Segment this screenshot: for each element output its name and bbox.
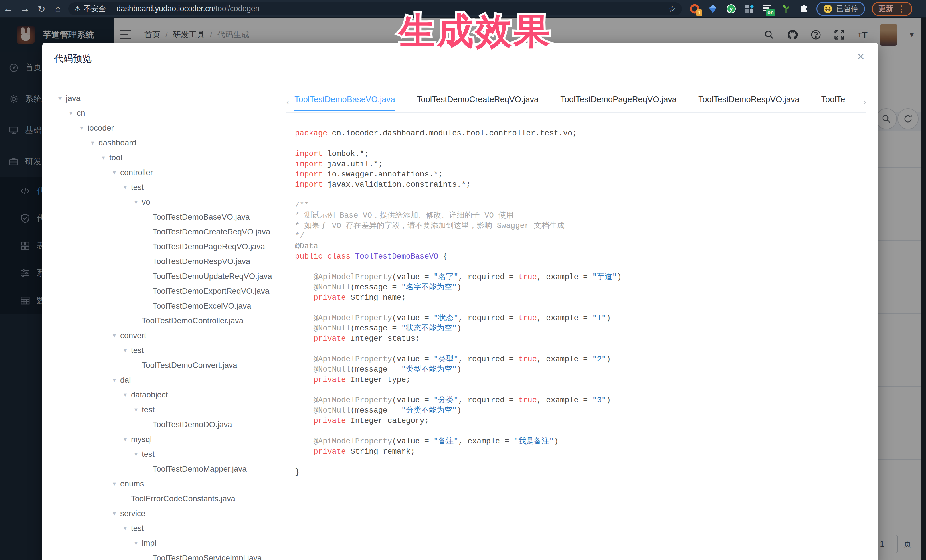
back-icon[interactable]: ←	[0, 3, 17, 14]
tree-file-ToolTestDemoCreateReqVO.java[interactable]: ToolTestDemoCreateReqVO.java	[42, 224, 287, 239]
code-token-p: , required =	[458, 396, 519, 405]
code-token-k: true	[518, 314, 537, 323]
tree-expand-caret-icon[interactable]: ▾	[113, 376, 120, 384]
address-bar[interactable]: ⚠ 不安全 dashboard.yudao.iocoder.cn /tool/c…	[68, 2, 682, 15]
ext-plant-icon[interactable]	[781, 3, 791, 14]
tree-dir-test[interactable]: ▾test	[42, 521, 287, 536]
tabs-next-icon[interactable]: ›	[863, 97, 866, 107]
code-line	[295, 262, 622, 272]
tree-expand-caret-icon[interactable]: ▾	[124, 391, 131, 398]
ext-orange-circle-icon[interactable]: 1	[689, 3, 700, 14]
code-token-p: cn.iocoder.dashboard.modules.tool.contro…	[327, 129, 577, 138]
tree-expand-caret-icon[interactable]: ▾	[102, 154, 109, 162]
tree-dir-vo[interactable]: ▾vo	[42, 195, 287, 210]
tree-expand-caret-icon[interactable]: ▾	[124, 436, 131, 443]
code-token-p: (message =	[350, 406, 401, 415]
tree-file-ToolTestDemoServiceImpl.java[interactable]: ToolTestDemoServiceImpl.java	[42, 551, 287, 560]
code-token-p	[295, 376, 313, 384]
tree-expand-caret-icon[interactable]: ▾	[113, 169, 120, 176]
tree-expand-caret-icon[interactable]: ▾	[113, 332, 120, 339]
tree-file-ToolTestDemoMapper.java[interactable]: ToolTestDemoMapper.java	[42, 462, 287, 477]
code-token-m: @ApiModelProperty	[313, 273, 392, 281]
tree-dir-service[interactable]: ▾service	[42, 506, 287, 521]
ext-green-y-icon[interactable]: y	[726, 3, 737, 14]
extension-icons: 1yon	[689, 3, 809, 14]
tree-file-ToolErrorCodeConstants.java[interactable]: ToolErrorCodeConstants.java	[42, 491, 287, 506]
tree-file-ToolTestDemoDO.java[interactable]: ToolTestDemoDO.java	[42, 417, 287, 432]
tree-dir-tool[interactable]: ▾tool	[42, 150, 287, 165]
tree-dir-test[interactable]: ▾test	[42, 180, 287, 195]
tree-file-ToolTestDemoUpdateReqVO.java[interactable]: ToolTestDemoUpdateReqVO.java	[42, 269, 287, 284]
code-line: @ApiModelProperty(value = "类型", required…	[295, 354, 622, 364]
tree-dir-cn[interactable]: ▾cn	[42, 106, 287, 121]
paused-chip[interactable]: 已暂停	[817, 2, 865, 16]
tabs-prev-icon[interactable]: ‹	[286, 97, 289, 107]
tree-file-ToolTestDemoExportReqVO.java[interactable]: ToolTestDemoExportReqVO.java	[42, 284, 287, 299]
ext-puzzle-icon[interactable]	[799, 3, 809, 14]
tree-dir-convert[interactable]: ▾convert	[42, 328, 287, 343]
tree-expand-caret-icon[interactable]: ▾	[113, 510, 120, 517]
tree-expand-caret-icon[interactable]: ▾	[124, 184, 131, 191]
forward-icon[interactable]: →	[17, 3, 33, 14]
ext-blue-gem-icon[interactable]	[708, 3, 718, 14]
tree-file-ToolTestDemoPageReqVO.java[interactable]: ToolTestDemoPageReqVO.java	[42, 239, 287, 254]
tree-expand-caret-icon[interactable]: ▾	[135, 450, 142, 458]
tree-dir-dal[interactable]: ▾dal	[42, 373, 287, 388]
tree-dir-test[interactable]: ▾test	[42, 447, 287, 462]
tree-dir-java[interactable]: ▾java	[42, 91, 287, 106]
tab-ToolTestDemoPageReqVO.java[interactable]: ToolTestDemoPageReqVO.java	[560, 95, 677, 112]
tree-expand-caret-icon[interactable]: ▾	[124, 347, 131, 354]
tree-expand-caret-icon[interactable]: ▾	[91, 139, 98, 146]
file-tree: ▾java▾cn▾iocoder▾dashboard▾tool▾controll…	[42, 91, 287, 560]
tree-node-label: vo	[142, 198, 150, 207]
tree-dir-mysql[interactable]: ▾mysql	[42, 432, 287, 447]
code-token-s: "1"	[592, 314, 606, 323]
tree-dir-impl[interactable]: ▾impl	[42, 536, 287, 551]
tree-node-label: ToolTestDemoDO.java	[153, 420, 232, 429]
tree-expand-caret-icon[interactable]: ▾	[113, 480, 120, 488]
tab-ToolTe[interactable]: ToolTe	[821, 95, 845, 112]
tree-expand-caret-icon[interactable]: ▾	[135, 539, 142, 547]
tree-file-ToolTestDemoBaseVO.java[interactable]: ToolTestDemoBaseVO.java	[42, 210, 287, 224]
code-line: private Integer category;	[295, 416, 622, 426]
reload-icon[interactable]: ↻	[33, 3, 50, 15]
tree-expand-caret-icon[interactable]: ▾	[135, 406, 142, 414]
tree-expand-caret-icon[interactable]: ▾	[80, 124, 88, 132]
ext-diamond-grid-icon[interactable]	[744, 3, 755, 14]
tree-dir-enums[interactable]: ▾enums	[42, 477, 287, 491]
tab-ToolTestDemoCreateReqVO.java[interactable]: ToolTestDemoCreateReqVO.java	[417, 95, 539, 112]
browser-menu-icon[interactable]: ⋮	[897, 8, 906, 10]
code-token-p: (message =	[350, 283, 401, 292]
ext-list-icon[interactable]: on	[762, 3, 773, 14]
code-token-p	[295, 324, 313, 333]
tree-expand-caret-icon[interactable]: ▾	[69, 110, 77, 117]
tree-expand-caret-icon[interactable]: ▾	[124, 525, 131, 532]
code-line: /**	[295, 200, 622, 210]
tree-dir-test[interactable]: ▾test	[42, 402, 287, 417]
tree-expand-caret-icon[interactable]: ▾	[59, 95, 66, 102]
ext-list-badge: on	[766, 9, 775, 16]
tree-dir-dataobject[interactable]: ▾dataobject	[42, 388, 287, 402]
code-token-p: , required =	[458, 314, 519, 323]
code-token-p: )	[554, 437, 558, 446]
code-line: private Integer status;	[295, 334, 622, 344]
update-button[interactable]: 更新 ⋮	[872, 2, 912, 16]
tab-ToolTestDemoBaseVO.java[interactable]: ToolTestDemoBaseVO.java	[294, 95, 395, 112]
code-token-p: }	[295, 468, 300, 477]
tree-dir-controller[interactable]: ▾controller	[42, 165, 287, 180]
dialog-close-icon[interactable]: ×	[857, 50, 864, 63]
screen: ← → ↻ ⌂ ⚠ 不安全 dashboard.yudao.iocoder.cn…	[0, 0, 926, 560]
tree-dir-test[interactable]: ▾test	[42, 343, 287, 358]
code-token-p: , example =	[537, 273, 592, 281]
browser-scrollbar[interactable]	[921, 18, 926, 560]
tree-dir-iocoder[interactable]: ▾iocoder	[42, 121, 287, 136]
tree-file-ToolTestDemoRespVO.java[interactable]: ToolTestDemoRespVO.java	[42, 254, 287, 269]
home-icon[interactable]: ⌂	[50, 3, 66, 14]
tree-expand-caret-icon[interactable]: ▾	[135, 198, 142, 206]
tree-file-ToolTestDemoConvert.java[interactable]: ToolTestDemoConvert.java	[42, 358, 287, 373]
tree-file-ToolTestDemoController.java[interactable]: ToolTestDemoController.java	[42, 313, 287, 328]
tree-file-ToolTestDemoExcelVO.java[interactable]: ToolTestDemoExcelVO.java	[42, 299, 287, 313]
bookmark-star-icon[interactable]: ☆	[669, 4, 676, 14]
tree-dir-dashboard[interactable]: ▾dashboard	[42, 136, 287, 150]
tab-ToolTestDemoRespVO.java[interactable]: ToolTestDemoRespVO.java	[698, 95, 800, 112]
